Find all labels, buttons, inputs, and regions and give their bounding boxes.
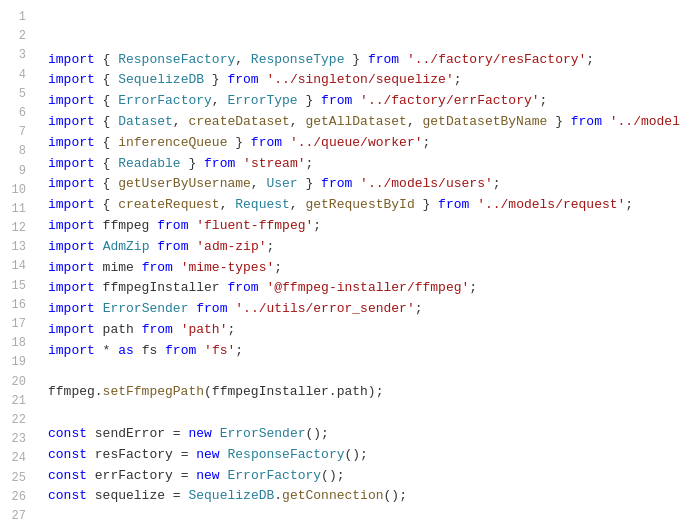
- line-number: 26: [0, 488, 30, 507]
- line-number: 22: [0, 411, 30, 430]
- token-cls: Dataset: [118, 114, 173, 129]
- token-fn: getDatasetByName: [423, 114, 548, 129]
- code-editor: 1234567891011121314151617181920212223242…: [0, 0, 680, 521]
- token-kw: from: [321, 93, 352, 108]
- token-kw: import: [48, 343, 95, 358]
- token-plain: {: [95, 114, 118, 129]
- token-cls: Request: [235, 197, 290, 212]
- token-plain: ;: [415, 301, 423, 316]
- token-plain: [352, 93, 360, 108]
- token-kw: from: [321, 176, 352, 191]
- code-line: const resFactory = new ResponseFactory()…: [48, 445, 672, 466]
- token-plain: ,: [173, 114, 189, 129]
- token-plain: mime: [95, 260, 142, 275]
- token-plain: [173, 322, 181, 337]
- token-plain: ;: [423, 135, 431, 150]
- token-str: 'fluent-ffmpeg': [196, 218, 313, 233]
- code-area[interactable]: import { ResponseFactory, ResponseType }…: [36, 0, 680, 521]
- token-str: 'stream': [243, 156, 305, 171]
- line-number: 24: [0, 449, 30, 468]
- line-number: 20: [0, 373, 30, 392]
- line-number: 8: [0, 142, 30, 161]
- token-kw: const: [48, 488, 87, 503]
- token-plain: ;: [313, 218, 321, 233]
- token-kw: from: [571, 114, 602, 129]
- token-kw: from: [227, 72, 258, 87]
- token-str: '../factory/resFactory': [407, 52, 586, 67]
- line-number: 16: [0, 296, 30, 315]
- token-plain: ;: [454, 72, 462, 87]
- token-kw: from: [165, 343, 196, 358]
- token-kw: from: [196, 301, 227, 316]
- token-cls: ErrorFactory: [118, 93, 212, 108]
- line-number: 25: [0, 469, 30, 488]
- token-plain: }: [298, 93, 321, 108]
- token-str: 'mime-types': [181, 260, 275, 275]
- token-kw: import: [48, 197, 95, 212]
- token-op: =: [173, 488, 181, 503]
- token-kw: import: [48, 239, 95, 254]
- token-kw: from: [204, 156, 235, 171]
- token-kw: import: [48, 93, 95, 108]
- token-cls: Readable: [118, 156, 180, 171]
- token-plain: [173, 260, 181, 275]
- token-plain: ();: [306, 426, 329, 441]
- line-number: 17: [0, 315, 30, 334]
- token-plain: sendError: [87, 426, 173, 441]
- line-number: 12: [0, 219, 30, 238]
- token-fn: getConnection: [282, 488, 383, 503]
- token-plain: [95, 239, 103, 254]
- token-plain: *: [95, 343, 118, 358]
- code-line: import { Readable } from 'stream';: [48, 154, 672, 175]
- line-number: 3: [0, 46, 30, 65]
- token-plain: ,: [290, 114, 306, 129]
- code-line: import path from 'path';: [48, 320, 672, 341]
- token-plain: {: [95, 93, 118, 108]
- token-plain: ,: [212, 93, 228, 108]
- token-kw: new: [196, 447, 219, 462]
- token-plain: ();: [321, 468, 344, 483]
- line-number: 5: [0, 85, 30, 104]
- token-plain: path: [95, 322, 142, 337]
- token-kw: import: [48, 114, 95, 129]
- token-cls: ErrorSender: [220, 426, 306, 441]
- token-plain: }: [181, 156, 204, 171]
- token-plain: }: [227, 135, 250, 150]
- token-fn: inferenceQueue: [118, 135, 227, 150]
- token-str: 'adm-zip': [196, 239, 266, 254]
- token-plain: [212, 426, 220, 441]
- token-plain: [282, 135, 290, 150]
- line-number: 23: [0, 430, 30, 449]
- token-plain: }: [547, 114, 570, 129]
- token-fn: getAllDataset: [305, 114, 406, 129]
- token-plain: }: [204, 72, 227, 87]
- token-plain: resFactory: [87, 447, 181, 462]
- token-plain: errFactory: [87, 468, 181, 483]
- code-line: import ffmpeg from 'fluent-ffmpeg';: [48, 216, 672, 237]
- token-kw: const: [48, 447, 87, 462]
- line-number: 11: [0, 200, 30, 219]
- token-plain: ;: [274, 260, 282, 275]
- line-number: 18: [0, 334, 30, 353]
- code-line: import { ErrorFactory, ErrorType } from …: [48, 91, 672, 112]
- token-plain: {: [95, 135, 118, 150]
- token-str: 'path': [181, 322, 228, 337]
- line-number: 15: [0, 277, 30, 296]
- token-kw: from: [368, 52, 399, 67]
- token-str: '../factory/errFactory': [360, 93, 539, 108]
- token-plain: [352, 176, 360, 191]
- line-number: 6: [0, 104, 30, 123]
- token-plain: [196, 343, 204, 358]
- token-plain: ;: [586, 52, 594, 67]
- token-fn: getUserByUsername: [118, 176, 251, 191]
- token-cls: ErrorFactory: [227, 468, 321, 483]
- code-line: import mime from 'mime-types';: [48, 258, 672, 279]
- token-kw: from: [157, 218, 188, 233]
- token-plain: fs: [134, 343, 165, 358]
- token-plain: [399, 52, 407, 67]
- token-plain: {: [95, 176, 118, 191]
- token-kw: from: [227, 280, 258, 295]
- token-plain: ,: [235, 52, 251, 67]
- line-number: 1: [0, 8, 30, 27]
- line-number: 27: [0, 507, 30, 521]
